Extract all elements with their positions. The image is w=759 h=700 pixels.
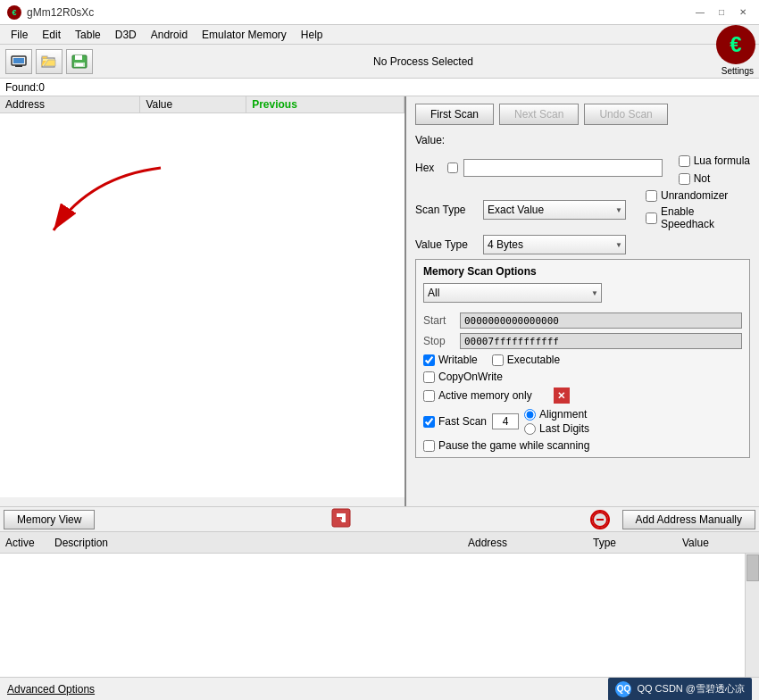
stop-label: Stop [423,335,455,347]
col-address: Address [468,537,593,549]
fast-scan-options: Alignment Last Digits [524,408,589,435]
fast-scan-label[interactable]: Fast Scan [423,415,487,428]
process-label: No Process Selected [93,55,754,68]
last-digits-label[interactable]: Last Digits [524,422,589,435]
results-area[interactable] [0,113,405,497]
results-table: Address Value Previous [0,96,405,113]
found-bar: Found:0 [0,79,759,96]
settings-logo: € [716,25,755,64]
stop-input[interactable] [460,333,742,349]
main-content: Address Value Previous First Scan Next S… [0,96,759,507]
hex-checkbox[interactable] [447,162,458,173]
first-scan-button[interactable]: First Scan [415,104,494,125]
value-type-row: Value Type 4 Bytes ▼ [415,235,750,254]
pause-game-checkbox[interactable] [423,440,435,452]
value-type-label: Value Type [415,238,478,251]
pause-game-label[interactable]: Pause the game while scanning [423,439,589,452]
not-label[interactable]: Not [679,172,750,185]
open-button[interactable] [36,49,63,74]
all-dropdown[interactable]: All [423,283,602,303]
scan-buttons: First Scan Next Scan Undo Scan [415,104,750,125]
menu-help[interactable]: Help [294,27,330,43]
close-button[interactable]: ✕ [734,4,752,21]
undo-scan-button[interactable]: Undo Scan [584,104,667,125]
save-button[interactable] [66,49,93,74]
alignment-label[interactable]: Alignment [524,408,589,421]
writable-label[interactable]: Writable [423,354,478,366]
active-memory-checkbox[interactable] [423,390,435,402]
taskbar-section: QQ QQ CSDN @雪碧透心凉 [608,678,752,701]
col-active: Active [5,537,54,549]
menu-table[interactable]: Table [68,27,108,43]
svg-rect-13 [332,509,350,527]
menu-d3d[interactable]: D3D [108,27,144,43]
scroll-arrow-icon [331,508,351,528]
svg-rect-11 [76,63,83,66]
maximize-button[interactable]: □ [713,4,730,21]
writable-checkbox[interactable] [423,354,435,366]
executable-checkbox[interactable] [492,354,504,366]
window-title: gMm12R0sXc [27,6,94,19]
unrandomizer-checkbox[interactable] [646,190,657,202]
copyonwrite-checkbox[interactable] [423,371,435,383]
cancel-icon [592,512,608,528]
menu-file[interactable]: File [4,27,35,43]
all-dropdown-row: All ▼ [423,283,742,303]
enable-speedhack-label[interactable]: Enable Speedhack [646,205,750,230]
memory-scan-options-title: Memory Scan Options [423,265,742,278]
address-table-header: Active Description Address Type Value [0,532,759,554]
right-panel: First Scan Next Scan Undo Scan Value: He… [406,96,759,506]
alignment-radio[interactable] [524,409,536,421]
fast-scan-row: Fast Scan Alignment Last Digits [423,408,742,435]
memory-view-button[interactable]: Memory View [4,510,95,529]
memory-scan-options-inner: All ▼ Start Stop [423,283,742,452]
menu-edit[interactable]: Edit [35,27,68,43]
fast-scan-input[interactable] [492,413,519,429]
scan-type-wrapper: Exact Value ▼ [483,200,626,220]
advanced-options-link[interactable]: Advanced Options [7,683,95,696]
scan-type-dropdown[interactable]: Exact Value [483,200,626,220]
scrollbar-thumb[interactable] [746,554,759,581]
col-address: Address [0,96,140,113]
monitor-icon [11,55,27,68]
lua-formula-checkbox[interactable] [679,155,690,167]
menu-emulator-memory[interactable]: Emulator Memory [195,27,294,43]
lua-formula-label[interactable]: Lua formula [679,154,750,167]
settings-label: Settings [721,66,754,76]
toolbar: No Process Selected € Settings [0,45,759,79]
active-memory-clear-button[interactable]: ✕ [554,388,570,404]
col-value: Value [140,96,246,113]
start-row: Start [423,312,742,329]
right-checkboxes: Lua formula Not [679,154,750,185]
pause-game-row: Pause the game while scanning [423,439,742,452]
save-icon [71,54,88,69]
col-value: Value [682,537,754,549]
copyonwrite-row: CopyOnWrite [423,371,742,383]
cancel-button[interactable] [590,510,610,529]
monitor-button[interactable] [5,49,32,74]
value-input[interactable] [463,159,663,177]
minimize-button[interactable]: — [691,4,709,21]
enable-speedhack-checkbox[interactable] [646,212,657,224]
next-scan-button[interactable]: Next Scan [499,104,579,125]
add-address-button[interactable]: Add Address Manually [622,510,755,529]
app-icon: € [7,5,21,20]
fast-scan-checkbox[interactable] [423,416,435,428]
start-input[interactable] [460,312,742,329]
value-type-dropdown[interactable]: 4 Bytes [483,235,626,254]
toolbar-buttons [5,49,93,74]
unrandomizer-label[interactable]: Unrandomizer [646,189,750,202]
value-row: Value: [415,134,750,146]
title-bar-left: € gMm12R0sXc [7,5,94,20]
menu-android[interactable]: Android [144,27,195,43]
not-checkbox[interactable] [679,173,690,185]
last-digits-radio[interactable] [524,423,536,435]
right-checkboxes-2: Unrandomizer Enable Speedhack [646,189,750,230]
hex-label: Hex [415,162,442,174]
copyonwrite-label[interactable]: CopyOnWrite [423,371,503,383]
title-bar: € gMm12R0sXc — □ ✕ [0,0,759,25]
executable-label[interactable]: Executable [492,354,560,366]
found-count: Found:0 [5,81,45,94]
active-memory-label[interactable]: Active memory only [423,389,532,402]
menu-bar: File Edit Table D3D Android Emulator Mem… [0,25,759,45]
